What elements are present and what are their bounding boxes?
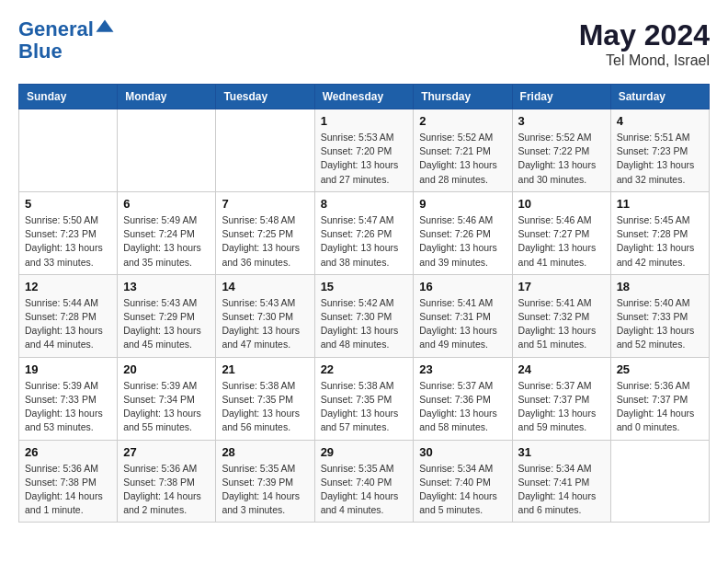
day-info: Sunrise: 5:36 AM Sunset: 7:38 PM Dayligh… — [25, 462, 111, 518]
day-number: 15 — [321, 280, 408, 293]
weekday-header: Sunday — [19, 85, 118, 109]
day-number: 24 — [518, 362, 605, 376]
day-number: 14 — [222, 280, 308, 293]
calendar-cell: 28Sunrise: 5:35 AM Sunset: 7:39 PM Dayli… — [216, 440, 314, 523]
calendar-cell: 26Sunrise: 5:36 AM Sunset: 7:38 PM Dayli… — [19, 440, 118, 523]
calendar-cell — [19, 109, 118, 192]
title-block: May 2024 Tel Mond, Israel — [579, 18, 710, 69]
day-info: Sunrise: 5:39 AM Sunset: 7:33 PM Dayligh… — [25, 379, 111, 435]
day-info: Sunrise: 5:37 AM Sunset: 7:36 PM Dayligh… — [419, 379, 506, 435]
page-header: General Blue May 2024 Tel Mond, Israel — [18, 18, 710, 69]
calendar-cell: 17Sunrise: 5:41 AM Sunset: 7:32 PM Dayli… — [512, 274, 610, 357]
day-number: 22 — [321, 362, 408, 376]
calendar-cell: 20Sunrise: 5:39 AM Sunset: 7:34 PM Dayli… — [118, 357, 216, 440]
calendar-header-row: SundayMondayTuesdayWednesdayThursdayFrid… — [19, 85, 710, 109]
weekday-header: Tuesday — [216, 85, 314, 109]
weekday-header: Monday — [118, 85, 216, 109]
day-number: 16 — [419, 280, 506, 293]
day-number: 20 — [123, 362, 210, 376]
calendar-cell: 5Sunrise: 5:50 AM Sunset: 7:23 PM Daylig… — [19, 191, 118, 274]
day-number: 10 — [518, 197, 605, 211]
day-number: 23 — [419, 362, 506, 376]
day-info: Sunrise: 5:51 AM Sunset: 7:23 PM Dayligh… — [617, 131, 703, 187]
day-info: Sunrise: 5:36 AM Sunset: 7:37 PM Dayligh… — [617, 379, 703, 435]
calendar-cell: 9Sunrise: 5:46 AM Sunset: 7:26 PM Daylig… — [414, 191, 512, 274]
calendar-cell: 22Sunrise: 5:38 AM Sunset: 7:35 PM Dayli… — [314, 357, 414, 440]
day-info: Sunrise: 5:46 AM Sunset: 7:26 PM Dayligh… — [419, 213, 506, 270]
svg-marker-0 — [96, 20, 113, 32]
day-info: Sunrise: 5:41 AM Sunset: 7:32 PM Dayligh… — [518, 296, 605, 352]
calendar-cell — [118, 109, 216, 192]
day-number: 18 — [617, 280, 703, 293]
logo-subtext: Blue — [18, 40, 115, 63]
calendar-cell: 24Sunrise: 5:37 AM Sunset: 7:37 PM Dayli… — [512, 357, 610, 440]
day-info: Sunrise: 5:45 AM Sunset: 7:28 PM Dayligh… — [617, 213, 703, 270]
calendar-week-row: 5Sunrise: 5:50 AM Sunset: 7:23 PM Daylig… — [19, 191, 710, 274]
day-info: Sunrise: 5:34 AM Sunset: 7:40 PM Dayligh… — [419, 462, 506, 518]
day-number: 12 — [25, 280, 111, 293]
day-number: 5 — [25, 197, 111, 211]
month-year-title: May 2024 — [579, 18, 710, 52]
day-number: 30 — [419, 445, 506, 459]
day-number: 29 — [321, 445, 408, 459]
day-info: Sunrise: 5:42 AM Sunset: 7:30 PM Dayligh… — [321, 296, 408, 352]
day-info: Sunrise: 5:44 AM Sunset: 7:28 PM Dayligh… — [25, 296, 111, 352]
day-number: 25 — [617, 362, 703, 376]
day-number: 1 — [321, 114, 408, 128]
calendar-table: SundayMondayTuesdayWednesdayThursdayFrid… — [18, 84, 710, 523]
logo: General Blue — [18, 18, 115, 63]
calendar-cell: 23Sunrise: 5:37 AM Sunset: 7:36 PM Dayli… — [414, 357, 512, 440]
day-info: Sunrise: 5:40 AM Sunset: 7:33 PM Dayligh… — [617, 296, 703, 352]
calendar-cell — [216, 109, 314, 192]
day-number: 31 — [518, 445, 605, 459]
day-info: Sunrise: 5:53 AM Sunset: 7:20 PM Dayligh… — [321, 131, 408, 187]
day-number: 13 — [123, 280, 210, 293]
day-number: 6 — [123, 197, 210, 211]
day-info: Sunrise: 5:35 AM Sunset: 7:39 PM Dayligh… — [222, 462, 308, 518]
day-info: Sunrise: 5:52 AM Sunset: 7:21 PM Dayligh… — [419, 131, 506, 187]
calendar-cell: 8Sunrise: 5:47 AM Sunset: 7:26 PM Daylig… — [314, 191, 414, 274]
calendar-cell: 2Sunrise: 5:52 AM Sunset: 7:21 PM Daylig… — [414, 109, 512, 192]
day-info: Sunrise: 5:48 AM Sunset: 7:25 PM Dayligh… — [222, 213, 308, 270]
day-info: Sunrise: 5:37 AM Sunset: 7:37 PM Dayligh… — [518, 379, 605, 435]
calendar-cell: 30Sunrise: 5:34 AM Sunset: 7:40 PM Dayli… — [414, 440, 512, 523]
day-number: 9 — [419, 197, 506, 211]
day-number: 11 — [617, 197, 703, 211]
day-number: 17 — [518, 280, 605, 293]
day-number: 27 — [123, 445, 210, 459]
day-number: 7 — [222, 197, 308, 211]
calendar-cell: 14Sunrise: 5:43 AM Sunset: 7:30 PM Dayli… — [216, 274, 314, 357]
calendar-cell: 10Sunrise: 5:46 AM Sunset: 7:27 PM Dayli… — [512, 191, 610, 274]
day-info: Sunrise: 5:46 AM Sunset: 7:27 PM Dayligh… — [518, 213, 605, 270]
calendar-cell: 3Sunrise: 5:52 AM Sunset: 7:22 PM Daylig… — [512, 109, 610, 192]
day-number: 19 — [25, 362, 111, 376]
calendar-cell: 18Sunrise: 5:40 AM Sunset: 7:33 PM Dayli… — [610, 274, 709, 357]
weekday-header: Wednesday — [314, 85, 414, 109]
calendar-cell: 21Sunrise: 5:38 AM Sunset: 7:35 PM Dayli… — [216, 357, 314, 440]
calendar-cell: 27Sunrise: 5:36 AM Sunset: 7:38 PM Dayli… — [118, 440, 216, 523]
day-info: Sunrise: 5:41 AM Sunset: 7:31 PM Dayligh… — [419, 296, 506, 352]
calendar-week-row: 1Sunrise: 5:53 AM Sunset: 7:20 PM Daylig… — [19, 109, 710, 192]
calendar-week-row: 19Sunrise: 5:39 AM Sunset: 7:33 PM Dayli… — [19, 357, 710, 440]
calendar-cell: 13Sunrise: 5:43 AM Sunset: 7:29 PM Dayli… — [118, 274, 216, 357]
calendar-cell: 4Sunrise: 5:51 AM Sunset: 7:23 PM Daylig… — [610, 109, 709, 192]
calendar-cell: 12Sunrise: 5:44 AM Sunset: 7:28 PM Dayli… — [19, 274, 118, 357]
day-number: 28 — [222, 445, 308, 459]
day-info: Sunrise: 5:35 AM Sunset: 7:40 PM Dayligh… — [321, 462, 408, 518]
day-info: Sunrise: 5:50 AM Sunset: 7:23 PM Dayligh… — [25, 213, 111, 270]
day-info: Sunrise: 5:47 AM Sunset: 7:26 PM Dayligh… — [321, 213, 408, 270]
calendar-cell: 7Sunrise: 5:48 AM Sunset: 7:25 PM Daylig… — [216, 191, 314, 274]
calendar-cell — [610, 440, 709, 523]
logo-text: General — [18, 18, 115, 40]
day-number: 21 — [222, 362, 308, 376]
calendar-cell: 31Sunrise: 5:34 AM Sunset: 7:41 PM Dayli… — [512, 440, 610, 523]
day-number: 4 — [617, 114, 703, 128]
day-info: Sunrise: 5:34 AM Sunset: 7:41 PM Dayligh… — [518, 462, 605, 518]
day-number: 8 — [321, 197, 408, 211]
location-subtitle: Tel Mond, Israel — [579, 52, 710, 69]
day-info: Sunrise: 5:49 AM Sunset: 7:24 PM Dayligh… — [123, 213, 210, 270]
calendar-cell: 16Sunrise: 5:41 AM Sunset: 7:31 PM Dayli… — [414, 274, 512, 357]
day-info: Sunrise: 5:43 AM Sunset: 7:30 PM Dayligh… — [222, 296, 308, 352]
day-info: Sunrise: 5:52 AM Sunset: 7:22 PM Dayligh… — [518, 131, 605, 187]
weekday-header: Friday — [512, 85, 610, 109]
